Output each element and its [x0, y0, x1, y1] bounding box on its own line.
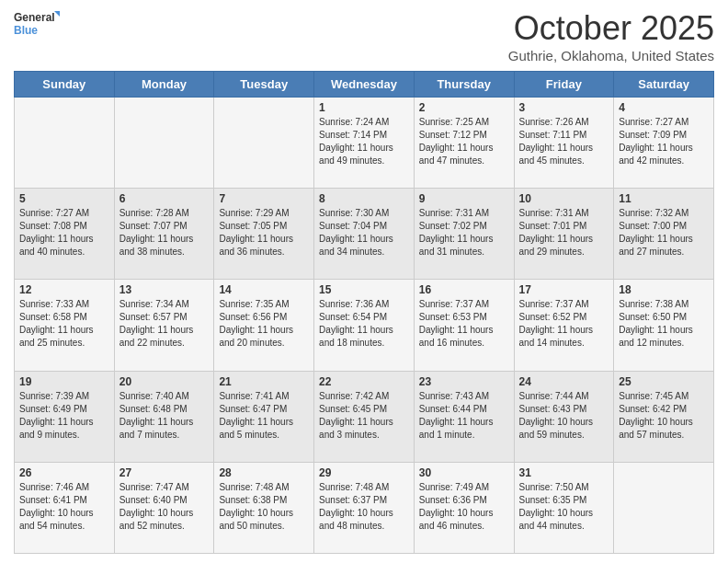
day-number: 1	[319, 101, 409, 114]
day-number: 2	[419, 101, 509, 114]
calendar-cell: 11Sunrise: 7:32 AM Sunset: 7:00 PM Dayli…	[614, 189, 714, 280]
logo-svg: General Blue	[14, 9, 60, 41]
calendar-cell: 29Sunrise: 7:48 AM Sunset: 6:37 PM Dayli…	[314, 462, 415, 553]
day-info: Sunrise: 7:25 AM Sunset: 7:12 PM Dayligh…	[419, 116, 509, 167]
calendar-cell: 20Sunrise: 7:40 AM Sunset: 6:48 PM Dayli…	[114, 371, 214, 462]
day-info: Sunrise: 7:34 AM Sunset: 6:57 PM Dayligh…	[119, 298, 210, 350]
calendar-cell: 8Sunrise: 7:30 AM Sunset: 7:04 PM Daylig…	[314, 189, 415, 280]
calendar-cell: 25Sunrise: 7:45 AM Sunset: 6:42 PM Dayli…	[614, 371, 714, 462]
day-info: Sunrise: 7:42 AM Sunset: 6:45 PM Dayligh…	[319, 390, 409, 442]
col-friday: Friday	[514, 72, 614, 98]
calendar-cell: 10Sunrise: 7:31 AM Sunset: 7:01 PM Dayli…	[514, 189, 614, 280]
svg-text:Blue: Blue	[14, 24, 38, 37]
day-number: 31	[519, 466, 609, 479]
calendar-cell: 13Sunrise: 7:34 AM Sunset: 6:57 PM Dayli…	[114, 280, 214, 371]
calendar-cell	[114, 98, 214, 189]
day-number: 13	[119, 283, 210, 296]
day-number: 15	[319, 283, 409, 296]
col-tuesday: Tuesday	[214, 72, 314, 98]
day-number: 4	[619, 101, 709, 114]
calendar-cell: 27Sunrise: 7:47 AM Sunset: 6:40 PM Dayli…	[114, 462, 214, 553]
day-number: 17	[519, 283, 609, 296]
calendar-cell: 26Sunrise: 7:46 AM Sunset: 6:41 PM Dayli…	[15, 462, 115, 553]
calendar-cell: 18Sunrise: 7:38 AM Sunset: 6:50 PM Dayli…	[614, 280, 714, 371]
calendar-cell: 28Sunrise: 7:48 AM Sunset: 6:38 PM Dayli…	[214, 462, 314, 553]
day-number: 3	[519, 101, 609, 114]
svg-marker-2	[54, 11, 60, 18]
calendar-table: Sunday Monday Tuesday Wednesday Thursday…	[14, 71, 714, 554]
calendar-cell: 30Sunrise: 7:49 AM Sunset: 6:36 PM Dayli…	[414, 462, 514, 553]
day-info: Sunrise: 7:47 AM Sunset: 6:40 PM Dayligh…	[119, 481, 210, 533]
day-number: 27	[119, 466, 210, 479]
day-info: Sunrise: 7:37 AM Sunset: 6:53 PM Dayligh…	[419, 298, 509, 350]
calendar-cell: 5Sunrise: 7:27 AM Sunset: 7:08 PM Daylig…	[15, 189, 115, 280]
calendar-cell: 14Sunrise: 7:35 AM Sunset: 6:56 PM Dayli…	[214, 280, 314, 371]
day-number: 10	[519, 192, 609, 205]
day-number: 16	[419, 283, 509, 296]
day-number: 25	[619, 375, 709, 388]
day-number: 9	[419, 192, 509, 205]
calendar-cell: 21Sunrise: 7:41 AM Sunset: 6:47 PM Dayli…	[214, 371, 314, 462]
day-number: 22	[319, 375, 409, 388]
day-info: Sunrise: 7:29 AM Sunset: 7:05 PM Dayligh…	[219, 207, 309, 259]
day-info: Sunrise: 7:46 AM Sunset: 6:41 PM Dayligh…	[19, 481, 109, 533]
calendar-week-row: 1Sunrise: 7:24 AM Sunset: 7:14 PM Daylig…	[15, 98, 714, 189]
day-number: 26	[19, 466, 109, 479]
calendar-cell	[614, 462, 714, 553]
day-number: 23	[419, 375, 509, 388]
day-info: Sunrise: 7:38 AM Sunset: 6:50 PM Dayligh…	[619, 298, 709, 350]
calendar-cell: 12Sunrise: 7:33 AM Sunset: 6:58 PM Dayli…	[15, 280, 115, 371]
day-number: 24	[519, 375, 609, 388]
day-number: 29	[319, 466, 409, 479]
day-info: Sunrise: 7:35 AM Sunset: 6:56 PM Dayligh…	[219, 298, 309, 350]
calendar-cell	[214, 98, 314, 189]
day-number: 11	[619, 192, 709, 205]
calendar-cell: 31Sunrise: 7:50 AM Sunset: 6:35 PM Dayli…	[514, 462, 614, 553]
day-info: Sunrise: 7:32 AM Sunset: 7:00 PM Dayligh…	[619, 207, 709, 259]
day-info: Sunrise: 7:45 AM Sunset: 6:42 PM Dayligh…	[619, 390, 709, 442]
day-info: Sunrise: 7:27 AM Sunset: 7:08 PM Dayligh…	[19, 207, 109, 259]
day-info: Sunrise: 7:24 AM Sunset: 7:14 PM Dayligh…	[319, 116, 409, 167]
day-number: 20	[119, 375, 210, 388]
day-number: 5	[19, 192, 109, 205]
day-info: Sunrise: 7:48 AM Sunset: 6:38 PM Dayligh…	[219, 481, 309, 533]
calendar-cell: 1Sunrise: 7:24 AM Sunset: 7:14 PM Daylig…	[314, 98, 415, 189]
day-info: Sunrise: 7:39 AM Sunset: 6:49 PM Dayligh…	[19, 390, 109, 442]
day-info: Sunrise: 7:50 AM Sunset: 6:35 PM Dayligh…	[519, 481, 609, 533]
day-info: Sunrise: 7:27 AM Sunset: 7:09 PM Dayligh…	[619, 116, 709, 167]
day-info: Sunrise: 7:36 AM Sunset: 6:54 PM Dayligh…	[319, 298, 409, 350]
title-section: October 2025 Guthrie, Oklahoma, United S…	[508, 9, 714, 63]
calendar-cell	[15, 98, 115, 189]
page-header: General Blue October 2025 Guthrie, Oklah…	[14, 9, 714, 63]
day-info: Sunrise: 7:43 AM Sunset: 6:44 PM Dayligh…	[419, 390, 509, 442]
calendar-cell: 3Sunrise: 7:26 AM Sunset: 7:11 PM Daylig…	[514, 98, 614, 189]
calendar-week-row: 26Sunrise: 7:46 AM Sunset: 6:41 PM Dayli…	[15, 462, 714, 553]
calendar-cell: 9Sunrise: 7:31 AM Sunset: 7:02 PM Daylig…	[414, 189, 514, 280]
calendar-cell: 24Sunrise: 7:44 AM Sunset: 6:43 PM Dayli…	[514, 371, 614, 462]
logo: General Blue	[14, 9, 60, 41]
calendar-cell: 15Sunrise: 7:36 AM Sunset: 6:54 PM Dayli…	[314, 280, 415, 371]
calendar-cell: 17Sunrise: 7:37 AM Sunset: 6:52 PM Dayli…	[514, 280, 614, 371]
calendar-header-row: Sunday Monday Tuesday Wednesday Thursday…	[15, 72, 714, 98]
day-number: 18	[619, 283, 709, 296]
day-number: 19	[19, 375, 109, 388]
col-sunday: Sunday	[15, 72, 115, 98]
day-number: 30	[419, 466, 509, 479]
day-number: 6	[119, 192, 210, 205]
day-number: 7	[219, 192, 309, 205]
day-number: 28	[219, 466, 309, 479]
day-info: Sunrise: 7:30 AM Sunset: 7:04 PM Dayligh…	[319, 207, 409, 259]
month-title: October 2025	[508, 9, 714, 48]
day-number: 21	[219, 375, 309, 388]
calendar-cell: 22Sunrise: 7:42 AM Sunset: 6:45 PM Dayli…	[314, 371, 415, 462]
day-number: 12	[19, 283, 109, 296]
location-title: Guthrie, Oklahoma, United States	[508, 48, 714, 63]
calendar-week-row: 5Sunrise: 7:27 AM Sunset: 7:08 PM Daylig…	[15, 189, 714, 280]
calendar-week-row: 19Sunrise: 7:39 AM Sunset: 6:49 PM Dayli…	[15, 371, 714, 462]
day-info: Sunrise: 7:41 AM Sunset: 6:47 PM Dayligh…	[219, 390, 309, 442]
col-monday: Monday	[114, 72, 214, 98]
day-info: Sunrise: 7:31 AM Sunset: 7:01 PM Dayligh…	[519, 207, 609, 259]
col-saturday: Saturday	[614, 72, 714, 98]
day-number: 14	[219, 283, 309, 296]
calendar-cell: 7Sunrise: 7:29 AM Sunset: 7:05 PM Daylig…	[214, 189, 314, 280]
